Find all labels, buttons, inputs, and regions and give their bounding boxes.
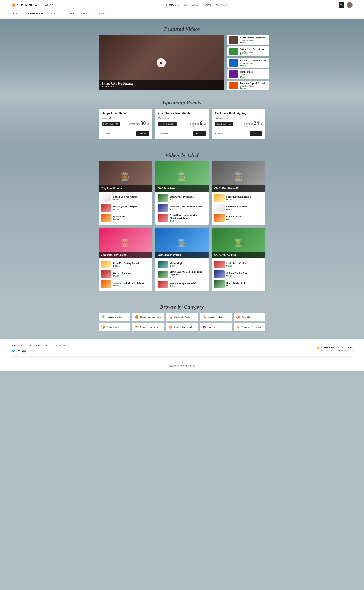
chef-video-item[interactable]: Chicken Cordon Blue 7:14 <box>212 269 265 279</box>
video-info: Carbinara Perfection 10:26 <box>226 205 247 210</box>
featured-list-item[interactable]: Pasta 101: Getting Started with Chef Dai… <box>228 58 269 68</box>
event-type: In-person Event <box>215 117 262 119</box>
video-info: Pear & Pomegranate Salad 9:16 <box>170 282 196 287</box>
instagram-icon[interactable]: 📷 <box>22 349 26 353</box>
featured-main-video[interactable]: ▶ Setting Up a Pro Kitchen with Chef Eli… <box>99 35 224 91</box>
featured-list-title: Pasta 101: Getting Started <box>240 59 268 62</box>
featured-list-title: Mojito Magic <box>240 71 268 73</box>
chef-video-item[interactable]: Better Braised Vegetables 9:23 <box>155 193 209 203</box>
category-label: Pizza & Flatheads <box>208 315 224 318</box>
chef-video-list: Setting Up a Pro Kitchen 9:26 Date Night… <box>99 191 152 224</box>
event-arrow[interactable]: ◀ <box>147 122 149 126</box>
top-link-products[interactable]: PRODUCTS <box>166 4 180 7</box>
browse-category-card[interactable]: 🍗 Chicken & Poultry <box>166 313 198 321</box>
browse-category-card[interactable]: 🍕 Pizza & Flatheads <box>200 313 232 321</box>
play-button[interactable]: ▶ <box>156 58 166 67</box>
footer-link-about[interactable]: ABOUT <box>45 344 53 347</box>
events-grid: Happy Hour How-To In-person Event NEXT S… <box>99 109 265 145</box>
view-event-button[interactable]: VIEW <box>136 131 149 136</box>
featured-list-item[interactable]: Mojito Magic with Chef Stephan 5:17 <box>228 69 269 79</box>
event-sessions: 3 Sessions <box>158 132 168 135</box>
top-link-about[interactable]: ABOUT <box>203 4 212 7</box>
chef-card: 👨‍🍳 Chef Jillian Tomaselli Butternut Squ… <box>212 161 265 224</box>
browse-category-card[interactable]: 🥚 Breakfast & Brunch <box>166 323 198 331</box>
search-button[interactable]: 🔍 <box>338 2 344 8</box>
chef-video-item[interactable]: Carbinara Perfection 10:26 <box>212 203 265 213</box>
top-link-gift[interactable]: GIFT IDEAS <box>184 4 198 7</box>
chef-card: 👨‍🍳 Chef Elias Pizelchu Setting Up a Pro… <box>99 161 152 224</box>
browse-category-card[interactable]: 🥗 Salads & Antipasta <box>132 323 164 331</box>
video-time: 9:16 <box>170 285 196 287</box>
event-card: Cookbook Book Signing In-person Event NE… <box>212 109 265 139</box>
twitter-icon[interactable]: 🐦 <box>11 349 15 353</box>
event-arrow[interactable]: ◀ <box>203 122 206 126</box>
user-avatar[interactable]: 👤 <box>347 2 353 8</box>
chef-video-item[interactable]: Pear & Pomegranate Salad 9:16 <box>155 280 209 289</box>
chef-photo[interactable]: 👨‍🍳 Chef Daisy Hernandez <box>99 228 152 258</box>
featured-list-title: Better Braised Vegetables <box>240 36 268 39</box>
linkedin-icon[interactable]: in <box>17 349 20 353</box>
video-time: 9:23 <box>170 198 195 201</box>
nav-catalog[interactable]: CATALOG <box>49 12 62 17</box>
footer-top: PRODUCTS GIFT IDEAS ABOUT CONTACT 🐦 in 📷… <box>11 344 353 356</box>
category-icon: 🍹 <box>236 325 240 329</box>
video-thumbnail <box>214 280 225 288</box>
browse-category-card[interactable]: 🥩 Beef Dishes <box>200 323 232 331</box>
view-event-button[interactable]: VIEW <box>250 131 262 136</box>
chef-photo[interactable]: 👨‍🍳 Chef Anne Wentzel <box>155 161 209 191</box>
chef-video-item[interactable]: Spanish Meatballs in Red Sauce 6:04 <box>99 279 152 289</box>
browse-category-card[interactable]: 🍞 Baked Goods <box>99 323 130 331</box>
featured-list-item[interactable]: Setting Up a Pro Kitchen with Chef Elias… <box>228 46 269 56</box>
chef-video-item[interactable]: Honey Garlic Stir Fry 11:07 <box>212 279 265 289</box>
footer-link-gift[interactable]: GIFT IDEAS <box>27 344 41 347</box>
video-thumbnail <box>101 214 111 222</box>
browse-category-card[interactable]: 🌶️ Spicy Recipes <box>234 313 265 321</box>
chef-card: 👨‍🍳 Chef Anne Wentzel Better Braised Veg… <box>155 161 209 224</box>
footer-link-contact[interactable]: CONTACT <box>57 344 67 347</box>
chef-video-item[interactable]: Butternut Squash Ravioli 7:46 <box>212 193 265 203</box>
video-title: Butternut Squash Ravioli <box>226 196 251 198</box>
browse-category-card[interactable]: 🍔 Burgers & Sandwiches <box>132 313 164 321</box>
powered-by: ⬆ POWERED BY NORTHPASS <box>11 360 353 367</box>
featured-video-label: Setting Up a Pro Kitchen with Chef Elias <box>99 80 224 91</box>
event-footer: 3 Sessions VIEW <box>158 130 206 136</box>
video-title: Chicken Piccata <box>226 215 242 218</box>
featured-list-item[interactable]: Butternut Squash Ravioli with Chef Jilli… <box>228 81 269 91</box>
nav-home[interactable]: HOME <box>11 12 19 17</box>
chef-video-item[interactable]: Spanish Paella 7:49 <box>99 213 152 223</box>
chef-photo[interactable]: 👨‍🍳 Chef Jeffrey Hunter <box>212 228 265 258</box>
video-title: Mojito Magic <box>170 262 183 265</box>
nav-events[interactable]: EVENTS <box>97 12 108 17</box>
chef-video-item[interactable]: Mojito Magic 5:17 <box>155 259 209 269</box>
chef-video-item[interactable]: Date Night: Filet Mignon 6:52 <box>99 203 152 213</box>
chef-photo[interactable]: 👨‍🍳 Chef Jillian Tomaselli <box>212 161 265 191</box>
category-icon: 🍞 <box>101 325 105 329</box>
chef-video-item[interactable]: Brown Sugar Glazed Salmon and Vegetables… <box>155 269 209 280</box>
featured-list-item[interactable]: Better Braised Vegetables with Chef Anne… <box>228 35 269 45</box>
video-thumbnail <box>101 280 111 288</box>
featured-list-chef: with Chef Elias <box>240 51 268 53</box>
chef-video-item[interactable]: Chicken Piccata 6:58 <box>212 213 265 223</box>
event-arrow[interactable]: ◀ <box>260 122 262 126</box>
view-event-button[interactable]: VIEW <box>193 131 206 136</box>
footer-link-products[interactable]: PRODUCTS <box>11 344 24 347</box>
chef-video-item[interactable]: Chicken Shawarma 9:03 <box>99 269 152 279</box>
chef-video-item[interactable]: Skillet Berry Cobler 8:29 <box>212 259 265 269</box>
chef-video-item[interactable]: Pasta 101: Getting Started 11:41 <box>99 259 152 269</box>
chef-video-item[interactable]: Grilled Flat Iron Steak with Chimichurri… <box>155 213 209 223</box>
site-logo[interactable]: 👑 COOKING WITH CLASS <box>11 3 56 7</box>
browse-category-card[interactable]: 🍹 Beverages & Cocktails <box>234 323 265 331</box>
browse-category-card[interactable]: 🥬 Veggies & Sides <box>99 313 130 321</box>
event-card: Chef Secrets Roundtable Online Event NEX… <box>155 109 209 139</box>
chef-video-item[interactable]: Setting Up a Pro Kitchen 9:26 <box>99 193 152 203</box>
video-time: 9:26 <box>113 198 137 201</box>
nav-dashboard[interactable]: DASHBOARD <box>26 12 43 17</box>
top-link-contact[interactable]: CONTACT <box>216 4 228 7</box>
video-title: Pear & Pomegranate Salad <box>170 282 196 285</box>
nav-learning-paths[interactable]: LEARNING PATHS <box>68 12 91 17</box>
chef-video-item[interactable]: Basic Red Wine Reduction Sauce 9:33 <box>155 203 209 213</box>
chef-photo[interactable]: 👨‍🍳 Chef Stephan Prestin <box>155 228 209 258</box>
chef-photo[interactable]: 👨‍🍳 Chef Elias Pizelchu <box>99 161 152 191</box>
chef-video-list: Mojito Magic 5:17 Brown Sugar Glazed Sal… <box>155 258 209 291</box>
video-time: 11:41 <box>113 265 139 267</box>
